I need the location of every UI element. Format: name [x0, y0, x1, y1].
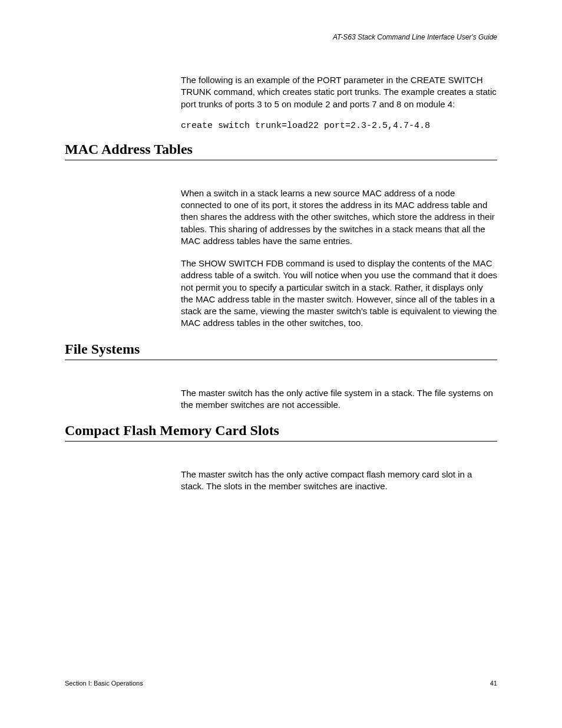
- heading-compact-flash: Compact Flash Memory Card Slots: [65, 423, 497, 442]
- fs-paragraph-1: The master switch has the only active fi…: [181, 387, 497, 411]
- footer-section-label: Section I: Basic Operations: [65, 680, 143, 687]
- code-example: create switch trunk=load22 port=2.3-2.5,…: [181, 121, 497, 131]
- page-footer: Section I: Basic Operations 41: [65, 680, 497, 687]
- intro-paragraph: The following is an example of the PORT …: [181, 74, 497, 110]
- mac-paragraph-1: When a switch in a stack learns a new so…: [181, 187, 497, 247]
- footer-page-number: 41: [490, 680, 497, 687]
- running-header: AT-S63 Stack Command Line Interface User…: [65, 33, 497, 41]
- mac-paragraph-2: The SHOW SWITCH FDB command is used to d…: [181, 258, 497, 330]
- heading-mac-address-tables: MAC Address Tables: [65, 141, 497, 160]
- page-container: AT-S63 Stack Command Line Interface User…: [0, 0, 562, 728]
- cf-paragraph-1: The master switch has the only active co…: [181, 469, 497, 493]
- heading-file-systems: File Systems: [65, 341, 497, 360]
